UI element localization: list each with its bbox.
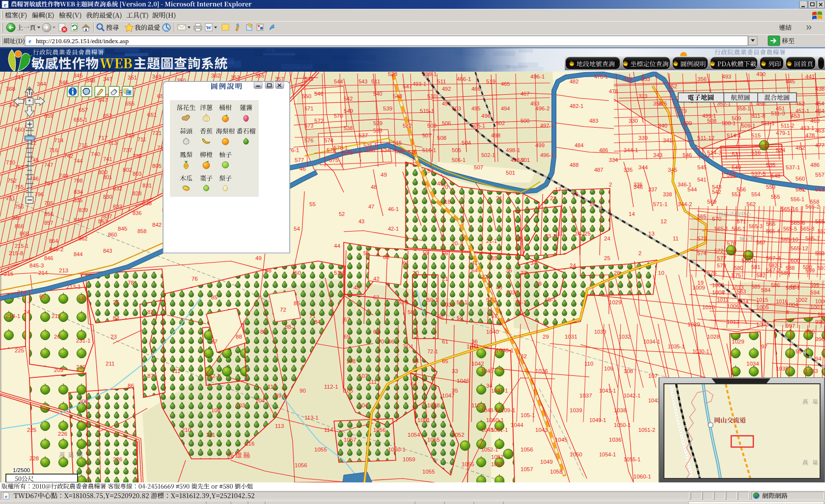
svg-text:53: 53 — [427, 168, 434, 174]
svg-text:1046: 1046 — [481, 368, 493, 374]
svg-text:482: 482 — [570, 79, 578, 84]
svg-text:1035-1: 1035-1 — [668, 344, 685, 349]
svg-text:570: 570 — [334, 113, 343, 119]
svg-text:85: 85 — [294, 300, 300, 306]
svg-text:1041-1: 1041-1 — [599, 388, 616, 394]
svg-text:647: 647 — [98, 97, 108, 103]
svg-text:749: 749 — [59, 173, 68, 179]
svg-text:495: 495 — [471, 106, 480, 111]
svg-text:652: 652 — [103, 113, 112, 119]
svg-text:226: 226 — [58, 431, 67, 437]
svg-text:574: 574 — [324, 137, 334, 143]
svg-text:1056: 1056 — [521, 447, 533, 452]
svg-text:839: 839 — [79, 207, 88, 213]
svg-text:61: 61 — [403, 260, 409, 266]
svg-text:25: 25 — [604, 255, 610, 261]
svg-text:566-1: 566-1 — [732, 226, 745, 232]
svg-text:347: 347 — [103, 76, 112, 82]
svg-text:51: 51 — [334, 270, 340, 276]
svg-text:487: 487 — [594, 167, 603, 173]
svg-text:339: 339 — [638, 135, 648, 141]
svg-text:546: 546 — [314, 91, 323, 97]
svg-text:344-2: 344-2 — [678, 201, 692, 207]
svg-text:751: 751 — [6, 195, 15, 201]
svg-text:44: 44 — [334, 243, 340, 249]
svg-text:40: 40 — [496, 285, 502, 291]
svg-text:225: 225 — [15, 347, 24, 353]
svg-text:358-1: 358-1 — [737, 106, 750, 111]
svg-text:559: 559 — [766, 184, 775, 190]
svg-text:368: 368 — [6, 86, 15, 92]
svg-text:1009: 1009 — [692, 285, 705, 291]
svg-text:507: 507 — [474, 164, 483, 170]
svg-text:454: 454 — [815, 101, 824, 106]
svg-text:22-1: 22-1 — [516, 236, 526, 241]
svg-text:62: 62 — [373, 294, 379, 300]
svg-text:548: 548 — [393, 93, 402, 99]
svg-text:1029: 1029 — [732, 339, 744, 345]
svg-text:58-1: 58-1 — [457, 299, 468, 305]
svg-text:214-1: 214-1 — [17, 290, 31, 295]
svg-text:845: 845 — [118, 226, 127, 232]
svg-text:585: 585 — [751, 284, 760, 290]
svg-text:565-8: 565-8 — [800, 226, 814, 232]
svg-text:833: 833 — [113, 204, 122, 210]
svg-text:549: 549 — [732, 164, 741, 170]
svg-text:533: 533 — [373, 128, 382, 133]
svg-text:996-3: 996-3 — [815, 336, 825, 342]
svg-text:69: 69 — [344, 334, 350, 340]
svg-text:88: 88 — [236, 334, 242, 340]
svg-text:535: 535 — [766, 162, 775, 168]
svg-text:1040-1: 1040-1 — [496, 347, 514, 353]
svg-text:516-1: 516-1 — [422, 147, 436, 153]
svg-text:1036: 1036 — [609, 437, 622, 443]
svg-text:486: 486 — [599, 147, 608, 153]
svg-text:753: 753 — [15, 164, 24, 170]
svg-text:85: 85 — [211, 294, 218, 300]
svg-text:348: 348 — [86, 78, 95, 83]
svg-text:571: 571 — [304, 106, 313, 111]
svg-text:12: 12 — [660, 218, 667, 224]
svg-text:1033: 1033 — [805, 368, 818, 374]
svg-text:524: 524 — [776, 147, 786, 153]
svg-text:1057: 1057 — [521, 466, 533, 472]
svg-text:1057: 1057 — [344, 437, 357, 443]
svg-text:22: 22 — [550, 195, 556, 201]
svg-text:867: 867 — [12, 215, 22, 221]
svg-text:95: 95 — [796, 348, 802, 354]
svg-text:548: 548 — [771, 173, 780, 179]
svg-text:499: 499 — [683, 120, 692, 126]
svg-text:1060-1: 1060-1 — [633, 474, 651, 479]
svg-text:1014: 1014 — [737, 298, 748, 304]
svg-text:845-2: 845-2 — [49, 246, 63, 252]
svg-text:514-1: 514-1 — [727, 133, 741, 138]
svg-text:1049-1: 1049-1 — [589, 417, 606, 423]
svg-text:563: 563 — [815, 186, 825, 192]
svg-text:11: 11 — [673, 236, 679, 241]
svg-text:486: 486 — [810, 162, 820, 168]
svg-text:71-1: 71-1 — [403, 344, 413, 349]
svg-text:659: 659 — [44, 113, 53, 119]
svg-text:756: 756 — [15, 204, 24, 210]
svg-text:55-1: 55-1 — [545, 297, 556, 303]
svg-text:657: 657 — [79, 107, 88, 113]
svg-text:231-1: 231-1 — [76, 338, 90, 344]
svg-text:571-1: 571-1 — [653, 201, 667, 207]
svg-text:215-1: 215-1 — [15, 243, 28, 249]
svg-text:558: 558 — [810, 199, 819, 205]
svg-text:66: 66 — [388, 339, 394, 345]
svg-text:498-2: 498-2 — [511, 157, 524, 163]
svg-text:1059: 1059 — [403, 456, 415, 462]
svg-text:711: 711 — [138, 136, 146, 142]
svg-text:496-1: 496-1 — [530, 74, 545, 80]
svg-text:832: 832 — [113, 186, 122, 191]
svg-text:1013: 1013 — [732, 285, 743, 291]
svg-text:48: 48 — [354, 285, 360, 291]
svg-text:717: 717 — [98, 135, 108, 141]
svg-text:67: 67 — [344, 317, 350, 322]
svg-text:511-2: 511-2 — [781, 123, 794, 129]
svg-text:112-1: 112-1 — [324, 384, 338, 390]
svg-text:565-9: 565-9 — [815, 218, 825, 224]
svg-text:110: 110 — [555, 231, 564, 237]
svg-text:1041: 1041 — [467, 344, 479, 349]
